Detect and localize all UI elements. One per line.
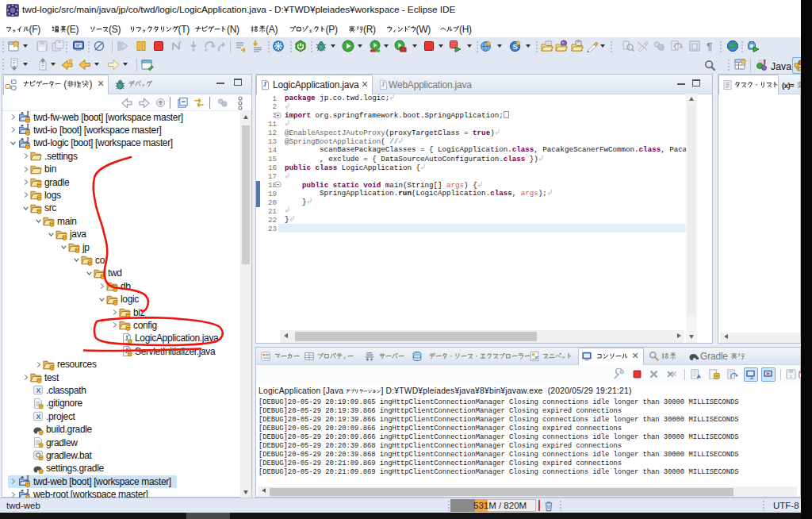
svg-text:J: J <box>762 58 766 67</box>
